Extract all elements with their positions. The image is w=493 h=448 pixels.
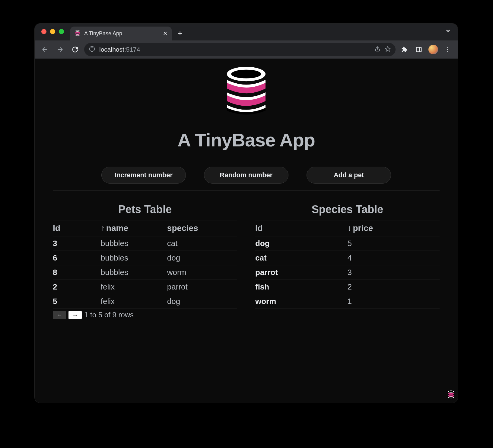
button-row: Increment number Random number Add a pet [53, 167, 440, 184]
pets-table: Id ↑name species 3bubblescat6bubblesdog8… [53, 220, 237, 309]
svg-point-3 [76, 35, 79, 35]
species-table-block: Species Table Id ↓price dog5cat4parrot3f… [255, 203, 440, 319]
divider [53, 190, 440, 190]
cell-price: 2 [348, 280, 440, 294]
svg-point-8 [92, 47, 92, 48]
share-icon[interactable] [374, 46, 380, 53]
cell-id: worm [255, 294, 348, 309]
cell-price: 3 [348, 265, 440, 280]
cell-id: 2 [53, 280, 101, 294]
table-row: 5felixdog [53, 294, 237, 309]
cell-name: felix [101, 280, 167, 294]
page-content: A TinyBase App Increment number Random n… [35, 59, 458, 403]
cell-price: 4 [348, 251, 440, 265]
site-info-icon[interactable] [89, 46, 95, 53]
new-tab-button[interactable]: + [172, 29, 188, 40]
extensions-icon[interactable] [399, 44, 410, 55]
page-title: A TinyBase App [53, 129, 440, 151]
browser-tab[interactable]: A TinyBase App ✕ [70, 27, 172, 40]
reload-button[interactable] [69, 43, 81, 56]
cell-name: bubbles [101, 265, 167, 280]
random-number-button[interactable]: Random number [204, 167, 288, 184]
cell-species: parrot [167, 280, 237, 294]
bookmark-icon[interactable] [385, 46, 391, 53]
table-row: 2felixparrot [53, 280, 237, 294]
pets-col-id[interactable]: Id [53, 220, 101, 236]
minimize-window-button[interactable] [50, 29, 55, 34]
cell-name: bubbles [101, 251, 167, 265]
svg-point-15 [447, 51, 448, 52]
add-pet-button[interactable]: Add a pet [307, 167, 391, 184]
cell-id: cat [255, 251, 348, 265]
svg-rect-11 [416, 47, 421, 52]
svg-point-19 [449, 391, 453, 392]
table-row: 3bubblescat [53, 236, 237, 251]
cell-id: 6 [53, 251, 101, 265]
cell-species: dog [167, 294, 237, 309]
cell-id: 8 [53, 265, 101, 280]
maximize-window-button[interactable] [59, 29, 64, 34]
svg-point-14 [447, 49, 448, 50]
tabs-menu-icon[interactable] [445, 28, 451, 35]
species-col-id[interactable]: Id [255, 220, 348, 236]
close-window-button[interactable] [41, 29, 46, 34]
tinybase-corner-logo-icon [447, 390, 455, 400]
table-row: cat4 [255, 251, 440, 265]
cell-name: bubbles [101, 236, 167, 251]
tab-title: A TinyBase App [84, 30, 159, 37]
species-table-title: Species Table [255, 203, 440, 216]
svg-point-17 [231, 70, 261, 78]
table-row: fish2 [255, 280, 440, 294]
pets-col-name[interactable]: ↑name [101, 220, 167, 236]
address-bar[interactable]: localhost:5174 [84, 43, 396, 56]
species-col-price[interactable]: ↓price [348, 220, 440, 236]
pets-col-species[interactable]: species [167, 220, 237, 236]
cell-id: dog [255, 236, 348, 251]
table-row: worm1 [255, 294, 440, 309]
sort-desc-icon: ↓ [348, 223, 352, 233]
side-panel-icon[interactable] [413, 44, 425, 55]
cell-name: felix [101, 294, 167, 309]
tab-bar: A TinyBase App ✕ + [35, 24, 458, 40]
tables-row: Pets Table Id ↑name species 3bubblescat6… [53, 203, 440, 319]
browser-toolbar: localhost:5174 [35, 40, 458, 59]
species-table: Id ↓price dog5cat4parrot3fish2worm1 [255, 220, 440, 309]
url-text: localhost:5174 [99, 46, 140, 53]
back-button[interactable] [39, 43, 51, 56]
pager-next-button[interactable]: → [68, 311, 82, 319]
close-tab-icon[interactable]: ✕ [163, 30, 167, 37]
svg-point-1 [76, 30, 79, 31]
forward-button[interactable] [54, 43, 66, 56]
divider [53, 160, 440, 160]
cell-price: 5 [348, 236, 440, 251]
cell-species: worm [167, 265, 237, 280]
table-row: 8bubblesworm [53, 265, 237, 280]
pager-prev-button[interactable]: ← [53, 311, 66, 319]
pets-table-title: Pets Table [53, 203, 237, 216]
cell-id: 5 [53, 294, 101, 309]
pets-table-block: Pets Table Id ↑name species 3bubblescat6… [53, 203, 237, 319]
cell-species: cat [167, 236, 237, 251]
svg-point-21 [449, 397, 453, 398]
svg-marker-10 [385, 46, 390, 52]
sort-asc-icon: ↑ [101, 223, 105, 233]
pets-pager: ← → 1 to 5 of 9 rows [53, 311, 237, 319]
cell-id: fish [255, 280, 348, 294]
browser-window: A TinyBase App ✕ + localhost:5174 [35, 24, 458, 403]
profile-avatar[interactable] [428, 44, 439, 55]
cell-id: 3 [53, 236, 101, 251]
cell-id: parrot [255, 265, 348, 280]
table-row: parrot3 [255, 265, 440, 280]
pager-text: 1 to 5 of 9 rows [84, 311, 134, 319]
app-logo-icon [53, 65, 440, 121]
cell-species: dog [167, 251, 237, 265]
cell-price: 1 [348, 294, 440, 309]
tab-favicon-icon [75, 30, 81, 37]
increment-number-button[interactable]: Increment number [101, 167, 186, 184]
table-row: 6bubblesdog [53, 251, 237, 265]
window-controls [41, 29, 64, 34]
table-row: dog5 [255, 236, 440, 251]
svg-point-13 [447, 47, 448, 48]
menu-icon[interactable] [442, 44, 453, 55]
